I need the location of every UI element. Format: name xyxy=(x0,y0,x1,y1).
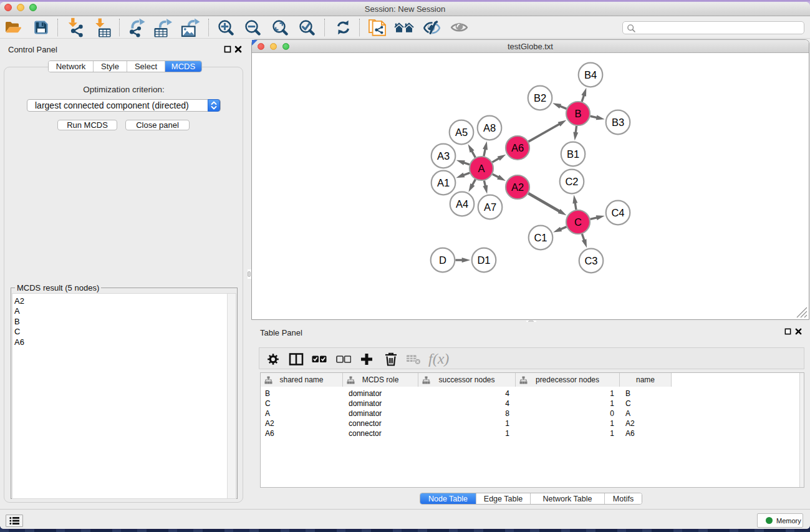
zoom-out-button[interactable] xyxy=(245,16,261,39)
tab-style[interactable]: Style xyxy=(94,61,127,72)
table-cell[interactable]: A xyxy=(265,409,270,418)
table-cell[interactable]: A xyxy=(625,409,630,418)
search-input[interactable] xyxy=(638,22,800,33)
table-cell[interactable]: B xyxy=(265,389,270,398)
table-settings-button[interactable] xyxy=(267,348,279,370)
zoom-selected-button[interactable] xyxy=(299,16,315,39)
graph-edge-A6-B[interactable] xyxy=(528,123,560,142)
table-columns-button[interactable] xyxy=(289,348,304,370)
tab-node-table[interactable]: Node Table xyxy=(420,493,476,504)
table-cell[interactable]: B xyxy=(625,389,630,398)
mcds-result-item[interactable]: A6 xyxy=(14,337,24,347)
column-header-successor-nodes[interactable]: successor nodes xyxy=(418,373,516,387)
table-cell[interactable]: connector xyxy=(349,419,382,428)
control-panel-float-icon[interactable] xyxy=(224,46,231,53)
table-cell[interactable]: 1 xyxy=(516,429,614,438)
column-header-name[interactable]: name xyxy=(620,373,672,387)
tab-select[interactable]: Select xyxy=(127,61,165,72)
table-cell[interactable]: connector xyxy=(349,429,382,438)
save-session-button[interactable] xyxy=(34,16,49,39)
export-image-button[interactable] xyxy=(180,16,200,39)
close-panel-button[interactable]: Close panel xyxy=(125,120,190,130)
table-cell[interactable]: C xyxy=(625,399,631,408)
tab-network-table[interactable]: Network Table xyxy=(531,493,605,504)
mcds-result-item[interactable]: B xyxy=(14,317,24,327)
table-cell[interactable]: A6 xyxy=(265,429,274,438)
mcds-result-list[interactable]: A2ABCA6 xyxy=(12,293,236,499)
table-cell[interactable]: dominator xyxy=(349,409,382,418)
table-cell[interactable]: C xyxy=(265,399,271,408)
table-cell[interactable]: A6 xyxy=(625,429,635,438)
table-row-A2[interactable]: A2connector11A2 xyxy=(261,418,804,428)
table-cell[interactable]: 1 xyxy=(418,429,509,438)
new-network-from-selection-button[interactable] xyxy=(369,16,386,39)
refresh-button[interactable] xyxy=(336,16,350,39)
table-cell[interactable]: 8 xyxy=(418,409,509,418)
export-table-button[interactable] xyxy=(153,16,173,39)
select-all-checks-button[interactable] xyxy=(312,348,327,370)
mcds-list-scrollbar[interactable] xyxy=(227,294,236,498)
tab-mcds[interactable]: MCDS xyxy=(165,61,201,72)
zoom-in-button[interactable] xyxy=(218,16,234,39)
run-mcds-button[interactable]: Run MCDS xyxy=(57,120,117,130)
table-cell[interactable]: A2 xyxy=(625,419,635,428)
table-cell[interactable]: 4 xyxy=(418,399,509,408)
zoom-fit-button[interactable] xyxy=(272,16,288,39)
tab-motifs[interactable]: Motifs xyxy=(605,493,642,504)
show-all-button[interactable] xyxy=(451,16,468,39)
table-cell[interactable]: dominator xyxy=(349,389,382,398)
table-cell[interactable]: 0 xyxy=(516,409,614,418)
mcds-result-item[interactable]: A2 xyxy=(14,296,24,306)
tab-network[interactable]: Network xyxy=(49,61,94,72)
unselect-all-checks-button[interactable] xyxy=(336,348,351,370)
table-panel-float-icon[interactable] xyxy=(784,328,791,335)
first-neighbors-button[interactable] xyxy=(394,16,414,39)
import-table-button[interactable] xyxy=(95,16,111,39)
table-cell[interactable]: 1 xyxy=(516,389,614,398)
app-window: Session: New Session xyxy=(0,2,810,529)
mcds-result-item[interactable]: C xyxy=(14,327,24,337)
open-file-button[interactable] xyxy=(5,16,22,39)
add-column-button[interactable] xyxy=(360,348,374,370)
column-header-shared-name[interactable]: shared name xyxy=(261,373,343,387)
network-window-titlebar[interactable]: testGlobe.txt xyxy=(252,40,809,53)
table-panel-close-icon[interactable] xyxy=(795,328,802,335)
import-table-icon xyxy=(95,18,111,37)
import-network-button[interactable] xyxy=(67,16,84,39)
table-cell[interactable]: 1 xyxy=(516,419,614,428)
delete-column-button[interactable] xyxy=(384,348,398,370)
criterion-dropdown[interactable]: largest connected component (directed) xyxy=(27,99,221,112)
table-cell[interactable]: dominator xyxy=(349,399,382,408)
memory-button[interactable]: Memory xyxy=(757,513,803,528)
network-graph-canvas[interactable]: B4B2BB3A8A5A6B1A3AC2A1A2A4A7C4CC1DC3D1 xyxy=(252,53,809,321)
graph-edge-arrowhead xyxy=(498,155,506,161)
toolbar-separator xyxy=(119,19,120,36)
table-row-A[interactable]: Adominator80A xyxy=(261,409,804,418)
mcds-result-item[interactable]: A xyxy=(14,306,24,316)
table-scrollbar[interactable] xyxy=(799,373,804,487)
hide-selected-button[interactable] xyxy=(423,16,440,39)
table-row-A6[interactable]: A6connector11A6 xyxy=(261,428,804,438)
graph-edge-arrowhead xyxy=(462,258,471,263)
node-table[interactable]: shared name MCDS role successor nodes pr… xyxy=(260,372,804,488)
table-cell[interactable]: 1 xyxy=(516,399,614,408)
search-box[interactable] xyxy=(622,21,804,34)
control-panel-close-icon[interactable] xyxy=(234,46,242,53)
tab-edge-table[interactable]: Edge Table xyxy=(476,493,531,504)
graph-edge-arrowhead xyxy=(572,195,577,204)
table-row-C[interactable]: Cdominator41C xyxy=(261,399,804,409)
panel-list-button[interactable] xyxy=(6,515,23,527)
table-row-B[interactable]: Bdominator41B xyxy=(261,389,804,399)
column-header-MCDS-role[interactable]: MCDS role xyxy=(343,373,418,387)
graph-edge-A-A6[interactable] xyxy=(492,158,499,162)
node-table-header: shared name MCDS role successor nodes pr… xyxy=(261,373,672,387)
graph-node-label-B4: B4 xyxy=(584,69,597,80)
table-cell[interactable]: A2 xyxy=(265,419,274,428)
graph-edge-A2-C[interactable] xyxy=(528,193,560,212)
export-network-button[interactable] xyxy=(129,16,145,39)
resize-grip-icon[interactable] xyxy=(794,305,808,319)
graph-node-label-D: D xyxy=(439,254,446,266)
table-cell[interactable]: 1 xyxy=(418,419,509,428)
table-cell[interactable]: 4 xyxy=(418,389,509,398)
column-header-predecessor-nodes[interactable]: predecessor nodes xyxy=(516,373,620,387)
